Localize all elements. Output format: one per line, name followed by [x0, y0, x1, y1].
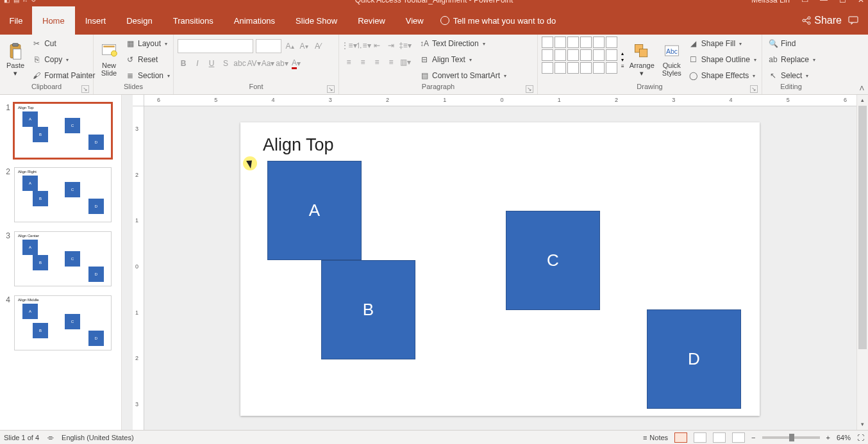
font-name-input[interactable]: [178, 39, 253, 53]
tab-design[interactable]: Design: [116, 6, 162, 35]
normal-view-button[interactable]: [674, 432, 687, 443]
convert-smartart-button[interactable]: ▤Convert to SmartArt▾: [417, 69, 508, 83]
notes-button[interactable]: ≡ Notes: [643, 434, 668, 441]
font-launcher[interactable]: ↘: [327, 85, 335, 93]
font-color-button[interactable]: A▾: [290, 57, 302, 70]
qat-icon[interactable]: ◧: [4, 0, 10, 3]
minimize-icon[interactable]: —: [820, 0, 828, 4]
shape-fill-button[interactable]: ◢Shape Fill▾: [687, 37, 758, 51]
collapse-ribbon-icon[interactable]: ᐱ: [860, 85, 864, 92]
language-status[interactable]: English (United States): [62, 434, 134, 441]
share-button[interactable]: Share: [801, 15, 842, 26]
underline-button[interactable]: U: [206, 57, 217, 70]
slide-thumbnail-1[interactable]: Align Top A B C D: [14, 103, 112, 158]
maximize-icon[interactable]: ☐: [839, 0, 846, 4]
arrange-button[interactable]: Arrange▾: [627, 37, 657, 83]
zoom-in-button[interactable]: +: [826, 434, 830, 441]
vertical-ruler[interactable]: 3210123: [133, 106, 144, 430]
tab-slideshow[interactable]: Slide Show: [285, 6, 347, 35]
text-direction-button[interactable]: ↕AText Direction▾: [417, 37, 508, 51]
bullets-button[interactable]: ⋮≡▾: [343, 39, 355, 52]
layout-button[interactable]: ▦Layout▾: [123, 37, 172, 51]
align-center-button[interactable]: ≡: [357, 56, 369, 69]
shape-effects-button[interactable]: ◯Shape Effects▾: [687, 69, 758, 83]
shape-d[interactable]: D: [647, 309, 741, 409]
char-spacing-button[interactable]: AV▾: [248, 57, 260, 70]
slideshow-view-button[interactable]: [732, 432, 745, 443]
zoom-out-button[interactable]: −: [751, 434, 755, 441]
bold-button[interactable]: B: [178, 57, 189, 70]
font-size-input[interactable]: [256, 39, 281, 53]
zoom-level[interactable]: 64%: [837, 434, 851, 441]
tab-insert[interactable]: Insert: [75, 6, 117, 35]
comments-icon[interactable]: [848, 15, 858, 26]
format-painter-button[interactable]: 🖌Format Painter: [29, 69, 97, 83]
vertical-scrollbar[interactable]: ▴ ▾: [856, 95, 868, 430]
tab-review[interactable]: Review: [347, 6, 396, 35]
shape-a[interactable]: A: [267, 161, 362, 260]
qat-icon[interactable]: ⎌: [23, 0, 27, 3]
gallery-up-icon[interactable]: ▴: [621, 51, 624, 56]
clear-formatting-icon[interactable]: A⁄: [312, 40, 324, 53]
shape-b[interactable]: B: [321, 260, 415, 359]
new-slide-button[interactable]: New Slide: [97, 37, 121, 83]
reset-button[interactable]: ↺Reset: [123, 53, 172, 67]
copy-button[interactable]: ⎘Copy▾: [29, 53, 97, 67]
clipboard-launcher[interactable]: ↘: [81, 85, 89, 93]
qat-icon[interactable]: ▤: [13, 0, 19, 3]
paste-button[interactable]: Paste▾: [4, 37, 27, 83]
user-name[interactable]: Melissa Lin: [751, 0, 790, 4]
ribbon-display-icon[interactable]: ▭: [801, 0, 808, 4]
tab-home[interactable]: Home: [32, 6, 75, 35]
quick-styles-button[interactable]: Abc Quick Styles: [660, 37, 684, 83]
reading-view-button[interactable]: [713, 432, 726, 443]
section-button[interactable]: ≣Section▾: [123, 69, 172, 83]
gallery-more-icon[interactable]: ≡: [621, 63, 624, 69]
align-right-button[interactable]: ≡: [371, 56, 383, 69]
slide-thumbnail-2[interactable]: Align Right A B C D: [14, 167, 112, 222]
shapes-gallery[interactable]: [542, 37, 617, 83]
tab-file[interactable]: File: [0, 6, 32, 35]
strikethrough-button[interactable]: S: [220, 57, 231, 70]
fit-to-window-button[interactable]: ⛶: [857, 434, 864, 441]
justify-button[interactable]: ≡: [385, 56, 397, 69]
cut-button[interactable]: ✂Cut: [29, 37, 97, 51]
columns-button[interactable]: ▥▾: [399, 56, 411, 69]
scroll-thumb[interactable]: [858, 106, 867, 349]
slide-counter[interactable]: Slide 1 of 4: [4, 434, 39, 441]
tell-me-search[interactable]: Tell me what you want to do: [440, 6, 556, 35]
scroll-down-icon[interactable]: ▾: [857, 419, 868, 430]
tab-transitions[interactable]: Transitions: [163, 6, 224, 35]
tab-view[interactable]: View: [396, 6, 434, 35]
decrease-indent-button[interactable]: ⇤: [371, 39, 383, 52]
decrease-font-icon[interactable]: A▾: [298, 40, 310, 53]
highlight-button[interactable]: ab▾: [276, 57, 288, 70]
find-button[interactable]: 🔍Find: [766, 37, 817, 51]
line-spacing-button[interactable]: ‡≡▾: [399, 39, 411, 52]
select-button[interactable]: ↖Select▾: [766, 69, 817, 83]
drawing-launcher[interactable]: ↘: [750, 85, 758, 93]
change-case-button[interactable]: Aa▾: [262, 57, 274, 70]
close-icon[interactable]: ✕: [858, 0, 864, 4]
shape-c[interactable]: C: [506, 211, 600, 310]
align-text-button[interactable]: ⊟Align Text▾: [417, 53, 508, 67]
increase-indent-button[interactable]: ⇥: [385, 39, 397, 52]
increase-font-icon[interactable]: A▴: [284, 40, 296, 53]
align-left-button[interactable]: ≡: [343, 56, 355, 69]
paragraph-launcher[interactable]: ↘: [526, 85, 533, 93]
italic-button[interactable]: I: [192, 57, 203, 70]
shape-outline-button[interactable]: ☐Shape Outline▾: [687, 53, 758, 67]
numbering-button[interactable]: ⒈≡▾: [357, 39, 369, 52]
zoom-slider[interactable]: [762, 436, 820, 439]
slide-thumbnail-3[interactable]: Align Center A B C D: [14, 231, 112, 286]
spellcheck-icon[interactable]: ⌯: [47, 434, 54, 441]
slide-thumbnail-4[interactable]: Align Middle A B C D: [14, 295, 112, 350]
slide-title[interactable]: Align Top: [263, 135, 334, 155]
shadow-button[interactable]: abc: [234, 57, 246, 70]
replace-button[interactable]: abReplace▾: [766, 53, 817, 67]
horizontal-ruler[interactable]: 6543210123456: [144, 95, 856, 106]
slide-canvas[interactable]: Align Top A B C D: [240, 122, 760, 416]
gallery-down-icon[interactable]: ▾: [621, 57, 624, 63]
qat-icon[interactable]: ↻: [31, 0, 36, 3]
sorter-view-button[interactable]: [694, 432, 706, 443]
